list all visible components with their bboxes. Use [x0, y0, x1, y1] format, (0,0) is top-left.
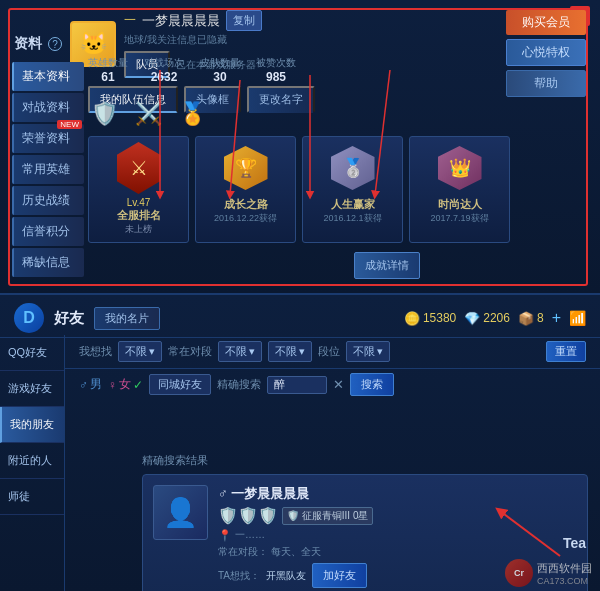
stat-liked: 被赞次数 985	[256, 56, 296, 84]
watermark-site: 西西软件园	[537, 561, 592, 576]
rank-card-img-3: 👑	[435, 143, 485, 193]
rank-card-img-2: 🥈	[328, 143, 378, 193]
help-button[interactable]: 帮助	[506, 70, 586, 97]
rank-value: 不限	[353, 344, 375, 359]
liked-value: 985	[256, 70, 296, 84]
wifi-icon: 📶	[569, 310, 586, 326]
time-dropdown[interactable]: 不限 ▾	[218, 341, 262, 362]
nav-common-hero[interactable]: 常用英雄	[12, 155, 84, 184]
rank-lv: Lv.47	[93, 197, 184, 208]
nav-game-friends[interactable]: 游戏好友	[0, 371, 64, 407]
rank-label: 段位	[318, 344, 340, 359]
rank-card-date-3: 2017.7.19获得	[414, 212, 505, 225]
rank-card-0: ⚔ Lv.47 全服排名 未上榜	[88, 136, 189, 243]
coin-value: 15380	[423, 311, 456, 325]
want-chevron: ▾	[149, 345, 155, 358]
search-results-area: 精确搜索结果 👤 ♂ 一梦晨晨晨晨 🛡️🛡️🛡️	[130, 445, 600, 461]
currency-gems: 💎 2206	[464, 311, 510, 326]
coin-icon: 🪙	[404, 311, 420, 326]
friend-source-button[interactable]: 同城好友	[149, 374, 211, 395]
rank-gold-badge: 🏆	[224, 146, 268, 190]
friends-title: 好友	[54, 309, 84, 328]
nav-battle-info[interactable]: 对战资料	[12, 93, 84, 122]
buy-vip-button[interactable]: 购买会员	[506, 10, 586, 35]
watermark-logo: Cr	[505, 559, 533, 587]
nav-rare-info[interactable]: 稀缺信息	[12, 248, 84, 277]
rank-card-subtitle-0: 未上榜	[93, 223, 184, 236]
rank-filter-inner[interactable]: 不限 ▾	[268, 341, 312, 362]
rank-card-title-2: 人生赢家	[307, 197, 398, 212]
rank-card-img-1: 🏆	[221, 143, 271, 193]
achieve-button[interactable]: 成就详情	[354, 252, 420, 279]
nav-mentor[interactable]: 师徒	[0, 479, 64, 515]
rank-card-title-3: 时尚达人	[414, 197, 505, 212]
result-gender-icon: ♂	[218, 486, 228, 501]
liked-label: 被赞次数	[256, 56, 296, 70]
female-filter[interactable]: ♀ 女 ✓	[108, 376, 143, 393]
new-badge: NEW	[57, 120, 82, 129]
want-dropdown[interactable]: 不限 ▾	[118, 341, 162, 362]
add-icon[interactable]: +	[552, 309, 561, 327]
currency-row: 🪙 15380 💎 2206 📦 8 + 📶	[404, 309, 586, 327]
battles-value: 2632	[144, 70, 184, 84]
privilege-button[interactable]: 心悦特权	[506, 39, 586, 66]
ta-value: 开黑队友	[266, 569, 306, 583]
gender-row: ♂ 男 ♀ 女 ✓ 同城好友 精确搜索 ✕ 搜索	[65, 369, 600, 400]
bottom-header: D 好友 我的名片 🪙 15380 💎 2206 📦 8 + 📶	[0, 295, 600, 338]
top-panel: ✕ 资料 ? 🐱 一 一梦晨晨晨晨 复制 地球/我关注信息已隐藏 队员 已在本游…	[0, 0, 600, 295]
add-friend-button[interactable]: 加好友	[312, 563, 367, 588]
my-card-button[interactable]: 我的名片	[94, 307, 160, 330]
rank-chevron2: ▾	[377, 345, 383, 358]
stat-battles: 对战场次 2632	[144, 56, 184, 84]
watermark: Cr 西西软件园 CA173.COM	[505, 559, 592, 587]
male-icon: ♂	[79, 378, 88, 392]
app-logo: D	[14, 303, 44, 333]
precise-search-input[interactable]	[267, 376, 327, 394]
want-value: 不限	[125, 344, 147, 359]
nav-my-friends[interactable]: 我的朋友	[0, 407, 64, 443]
male-filter[interactable]: ♂ 男	[79, 376, 102, 393]
time-value: 不限	[225, 344, 247, 359]
stats-row: 英雄数量 61 对战场次 2632 皮肤数量 30 被赞次数 985	[88, 52, 510, 88]
rank-card-date-1: 2016.12.22获得	[200, 212, 291, 225]
skin-count-value: 30	[200, 70, 240, 84]
results-title: 精确搜索结果	[142, 453, 588, 468]
currency-coins: 🪙 15380	[404, 311, 456, 326]
nav-nearby[interactable]: 附近的人	[0, 443, 64, 479]
time-chevron: ▾	[249, 345, 255, 358]
time-label: 常在对段	[168, 344, 212, 359]
rank-card-3: 👑 时尚达人 2017.7.19获得	[409, 136, 510, 243]
reset-button[interactable]: 重置	[546, 341, 586, 362]
nav-qq-friends[interactable]: QQ好友	[0, 335, 64, 371]
result-avatar: 👤	[153, 485, 208, 540]
hero-count-value: 61	[88, 70, 128, 84]
check-icon: ✓	[133, 378, 143, 392]
rank-chevron: ▾	[299, 345, 305, 358]
gem-icon: 💎	[464, 311, 480, 326]
shield-icon-2: ⚔️	[132, 96, 164, 132]
rank-silver-badge: 🥈	[331, 146, 375, 190]
nav-battle-history[interactable]: 历史战绩	[12, 186, 84, 215]
result-badges: 🛡️🛡️🛡️ 🛡️ 征服青铜III 0星	[218, 506, 577, 525]
rank-purple-badge: 👑	[438, 146, 482, 190]
rank-dropdown[interactable]: 不限 ▾	[346, 341, 390, 362]
nav-honor-info[interactable]: 荣誉资料 NEW	[12, 124, 84, 153]
rank-card-img-0: ⚔	[114, 143, 164, 193]
nav-basic-info[interactable]: 基本资料	[12, 62, 84, 91]
male-label: 男	[90, 376, 102, 393]
top-right-buttons: 购买会员 心悦特权 帮助	[506, 10, 586, 97]
currency-boxes: 📦 8	[518, 311, 544, 326]
rank-filter-value: 不限	[275, 344, 297, 359]
nav-reputation[interactable]: 信誉积分	[12, 217, 84, 246]
location-pin-icon: 📍	[218, 529, 232, 542]
box-icon: 📦	[518, 311, 534, 326]
shield-icon-1: 🛡️	[88, 96, 120, 132]
rank-card-1: 🏆 成长之路 2016.12.22获得	[195, 136, 296, 243]
gem-value: 2206	[483, 311, 510, 325]
bottom-right-content: 我想找 不限 ▾ 常在对段 不限 ▾ 不限 ▾ 段位 不限 ▾ 重置	[65, 335, 600, 400]
shield-row: 🛡️ ⚔️ 🏅	[88, 96, 510, 132]
skin-count-label: 皮肤数量	[200, 56, 240, 70]
clear-search-button[interactable]: ✕	[333, 377, 344, 392]
search-button[interactable]: 搜索	[350, 373, 394, 396]
bottom-left-nav: QQ好友 游戏好友 我的朋友 附近的人 师徒	[0, 335, 65, 591]
